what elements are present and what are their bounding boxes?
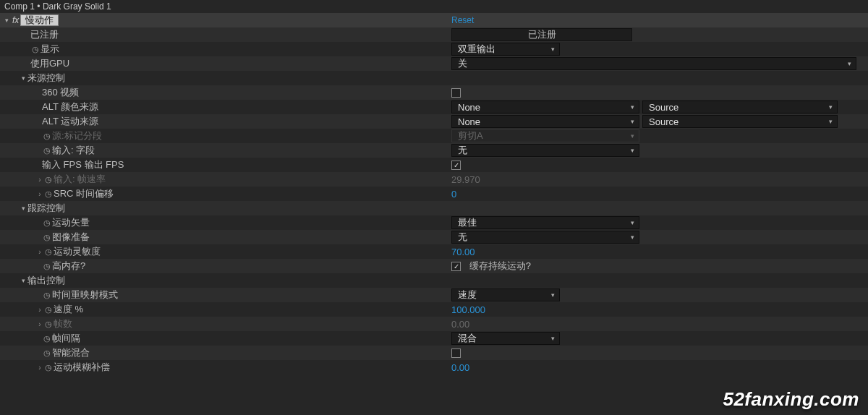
- prop-motion-vec-label: 运动矢量: [52, 216, 90, 229]
- prop-input-field-label: 输入: 字段: [52, 144, 95, 157]
- chevron-down-icon: ▾: [631, 132, 634, 140]
- prop-src-mark-label: 源:标记分段: [52, 129, 102, 142]
- input-field-dropdown[interactable]: 无▾: [451, 144, 639, 157]
- prop-smart-blend-label: 智能混合: [52, 346, 90, 359]
- time-remap-dropdown[interactable]: 速度▾: [451, 288, 560, 301]
- twirl-source-ctrl[interactable]: ▾: [19, 74, 27, 82]
- stopwatch-icon[interactable]: ◷: [42, 218, 52, 228]
- chevron-down-icon: ▾: [631, 234, 634, 241]
- effect-controls-panel: ▾ fx 慢动作 Reset 已注册 已注册 ◷显示 双重输出▾ 使用GPU 关…: [0, 13, 868, 375]
- tab-title: Comp 1 • Dark Gray Solid 1: [0, 0, 868, 13]
- stopwatch-icon[interactable]: ◷: [42, 262, 52, 271]
- himem-caption: 缓存持续运动?: [469, 260, 531, 273]
- prop-sensitivity-label: 运动灵敏度: [54, 245, 101, 258]
- stopwatch-icon[interactable]: ◷: [43, 363, 54, 372]
- stopwatch-icon: ◷: [43, 175, 54, 184]
- himem-checkbox[interactable]: ✓: [451, 262, 461, 271]
- chevron-down-icon: ▾: [551, 335, 555, 342]
- twirl-output-ctrl[interactable]: ▾: [19, 277, 27, 284]
- video360-checkbox[interactable]: [451, 88, 461, 98]
- prop-frame-gap-label: 帧间隔: [52, 332, 80, 345]
- frame-gap-dropdown[interactable]: 混合▾: [451, 332, 560, 345]
- chevron-down-icon: ▾: [829, 118, 833, 125]
- input-fps-value: 29.970: [451, 174, 480, 185]
- prop-image-prep-label: 图像准备: [52, 231, 90, 244]
- prop-alt-color-label: ALT 颜色来源: [42, 100, 98, 114]
- prop-time-remap-label: 时间重映射模式: [52, 288, 118, 301]
- stopwatch-icon[interactable]: ◷: [43, 247, 54, 257]
- prop-alt-motion-label: ALT 运动来源: [42, 115, 98, 128]
- effect-name[interactable]: 慢动作: [20, 14, 59, 26]
- expand-arrow-icon[interactable]: ›: [36, 364, 43, 372]
- stopwatch-icon[interactable]: ◷: [42, 291, 52, 300]
- stopwatch-icon[interactable]: ◷: [42, 334, 52, 343]
- display-dropdown[interactable]: 双重输出▾: [451, 43, 560, 56]
- stopwatch-icon[interactable]: ◷: [30, 45, 41, 54]
- chevron-down-icon: ▾: [848, 60, 851, 67]
- stopwatch-icon[interactable]: ◷: [43, 305, 54, 315]
- src-mark-dropdown: 剪切A▾: [451, 129, 639, 142]
- group-source-ctrl-label: 来源控制: [27, 72, 65, 85]
- fx-badge-icon[interactable]: fx: [11, 15, 20, 25]
- expand-arrow-icon: ›: [36, 320, 43, 328]
- chevron-down-icon: ▾: [829, 103, 833, 111]
- stopwatch-icon: ◷: [42, 132, 52, 141]
- prop-mb-comp-label: 运动模糊补偿: [54, 361, 110, 374]
- stopwatch-icon[interactable]: ◷: [42, 348, 52, 358]
- speed-value[interactable]: 100.000: [451, 304, 485, 315]
- src-offset-value[interactable]: 0: [451, 189, 456, 200]
- sensitivity-value[interactable]: 70.00: [451, 247, 475, 257]
- motion-vec-dropdown[interactable]: 最佳▾: [451, 216, 639, 229]
- expand-arrow-icon[interactable]: ›: [36, 190, 43, 198]
- alt-color-source-dropdown[interactable]: Source▾: [642, 100, 838, 114]
- stopwatch-icon[interactable]: ◷: [43, 189, 54, 199]
- stopwatch-icon[interactable]: ◷: [42, 233, 52, 242]
- registered-input[interactable]: 已注册: [451, 28, 632, 41]
- prop-frames-label: 帧数: [54, 317, 72, 330]
- expand-arrow-icon[interactable]: ›: [36, 306, 43, 314]
- reset-link[interactable]: Reset: [451, 15, 474, 25]
- prop-gpu-label: 使用GPU: [30, 57, 69, 70]
- twirl-track-ctrl[interactable]: ▾: [19, 205, 27, 212]
- chevron-down-icon: ▾: [551, 291, 555, 299]
- group-track-ctrl-label: 跟踪控制: [27, 202, 65, 215]
- alt-motion-source-dropdown[interactable]: Source▾: [642, 115, 838, 128]
- fpsio-checkbox[interactable]: ✓: [451, 161, 461, 170]
- expand-arrow-icon: ›: [36, 176, 43, 184]
- prop-input-fps-label: 输入: 帧速率: [54, 173, 106, 186]
- mb-comp-value[interactable]: 0.00: [451, 362, 469, 373]
- prop-display-label: 显示: [41, 43, 59, 56]
- prop-fpsio-label: 输入 FPS 输出 FPS: [42, 158, 124, 171]
- chevron-down-icon: ▾: [631, 219, 634, 226]
- frames-value: 0.00: [451, 319, 469, 330]
- expand-arrow-icon[interactable]: ›: [36, 248, 43, 256]
- prop-himem-label: 高内存?: [52, 260, 85, 273]
- watermark: 52fanxing.com: [723, 388, 859, 411]
- prop-src-offset-label: SRC 时间偏移: [54, 187, 114, 200]
- smart-blend-checkbox[interactable]: [451, 348, 461, 358]
- prop-speed-label: 速度 %: [54, 303, 83, 316]
- stopwatch-icon: ◷: [43, 320, 54, 329]
- alt-color-layer-dropdown[interactable]: None▾: [451, 100, 639, 114]
- image-prep-dropdown[interactable]: 无▾: [451, 231, 639, 244]
- chevron-down-icon: ▾: [631, 103, 634, 111]
- prop-registered-label: 已注册: [30, 28, 59, 41]
- prop-360video-label: 360 视频: [42, 86, 79, 99]
- chevron-down-icon: ▾: [631, 118, 634, 125]
- alt-motion-layer-dropdown[interactable]: None▾: [451, 115, 639, 128]
- chevron-down-icon: ▾: [551, 46, 555, 53]
- gpu-dropdown[interactable]: 关▾: [451, 57, 856, 70]
- group-output-ctrl-label: 输出控制: [27, 274, 65, 287]
- twirl-effect[interactable]: ▾: [2, 17, 11, 24]
- stopwatch-icon[interactable]: ◷: [42, 146, 52, 155]
- chevron-down-icon: ▾: [631, 147, 634, 154]
